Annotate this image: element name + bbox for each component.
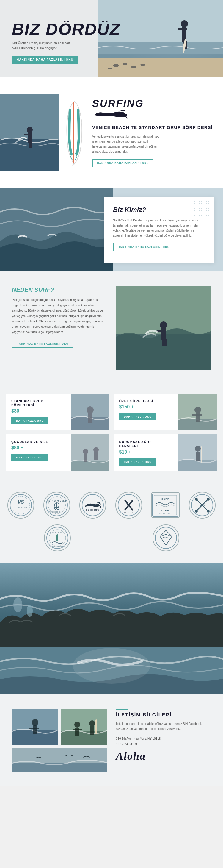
price-amount-3: $80 +: [11, 445, 50, 451]
neden-content: NEDEN SURF? Pek çok söküntü gün doğumunl…: [12, 286, 116, 370]
svg-rect-27: [157, 331, 166, 332]
price-image-2: [178, 394, 217, 430]
price-cta-2[interactable]: DAHA FAZLA OKU: [119, 413, 156, 420]
svg-point-71: [195, 498, 198, 501]
svg-rect-102: [12, 763, 107, 772]
svg-point-36: [194, 407, 201, 413]
svg-rect-42: [84, 454, 87, 462]
surfing-brand-text: SURFING: [92, 98, 144, 108]
venice-heading: VENICE BEACH'TE STANDART GRUP SÖRF DERSİ: [92, 124, 214, 130]
contact-phone: 1 212-736-3100: [116, 742, 137, 746]
badge-shark: SURFING: [79, 492, 106, 519]
svg-rect-33: [88, 413, 92, 423]
svg-rect-18: [24, 134, 32, 135]
kimiz-cta-button[interactable]: HAKKINDA DAHA FAZLASINI OKU: [113, 243, 174, 251]
svg-rect-79: [57, 534, 58, 541]
svg-point-84: [27, 605, 33, 617]
contact-img-bottom: [12, 748, 107, 772]
shark-svg: [92, 108, 131, 119]
svg-rect-92: [29, 727, 39, 729]
venice-content: SURFING VENICE BEACH'TE STANDART GRUP SÖ…: [89, 92, 223, 173]
svg-text:SURF: SURF: [161, 498, 169, 500]
sub-ocean-svg: [0, 647, 223, 694]
svg-point-32: [86, 406, 94, 413]
svg-text:PROFESSIONAL: PROFESSIONAL: [49, 511, 65, 513]
surfboard-svg: [64, 100, 85, 165]
hero-subtitle: Sırf Üretleri Perth, dünyanın en eski sö…: [12, 40, 77, 50]
hero-cta-button[interactable]: HAKKINDA DAHA FAZLASINI OKU: [12, 56, 78, 64]
svg-point-90: [32, 719, 38, 726]
neden-cta-button[interactable]: HAKKINDA DAHA FAZLASINI OKU: [12, 340, 73, 348]
svg-text:CLUB: CLUB: [161, 509, 169, 512]
ocean-section: [0, 563, 223, 647]
badge-vs: VS SURF CLUB: [7, 492, 34, 519]
contact-section: İLETİŞİM BİLGİLERİ İletişim portası için…: [0, 694, 223, 786]
price-image-4: [178, 434, 217, 471]
svg-rect-99: [90, 726, 94, 735]
svg-point-74: [195, 509, 198, 513]
svg-rect-49: [201, 446, 202, 463]
price-title-3: ÇOCUKLAR VE AİLE: [11, 440, 50, 444]
aloha-signature: Aloha: [116, 750, 211, 762]
surf-scene-2-svg: [0, 94, 60, 172]
svg-rect-28: [162, 339, 164, 346]
svg-point-98: [89, 720, 95, 726]
svg-point-87: [73, 648, 150, 684]
price-title-1: STANDART GRUP SÖRF DERSİ: [11, 399, 50, 407]
svg-text:ESTABLISHED: ESTABLISHED: [159, 513, 171, 515]
svg-point-50: [10, 494, 32, 516]
kimiz-scene-svg: [0, 188, 113, 272]
svg-text:Surf Surf Shop: Surf Surf Shop: [47, 500, 66, 502]
surfing-logo: SURFING: [92, 98, 214, 120]
contact-teal-bar: [116, 709, 128, 710]
contact-address: 350 5th Ave, New York, NY 10118 1 212-73…: [116, 736, 211, 747]
svg-point-51: [12, 496, 30, 514]
svg-rect-37: [196, 413, 200, 422]
badge-surf-club-rect: SURF CLUB ESTABLISHED: [151, 492, 180, 518]
contact-street: 350 5th Ave, New York, NY 10118: [116, 737, 160, 740]
svg-point-16: [27, 127, 33, 133]
price-cta-1[interactable]: DAHA FAZLA OKU: [11, 417, 48, 425]
price-cta-3[interactable]: DAHA FAZLA OKU: [11, 454, 48, 461]
contact-images: [12, 709, 107, 772]
badges-section: VS SURF CLUB Surf Surf Shop PROFESSIONAL: [0, 480, 223, 563]
kimiz-section: Biz Kimiz? SouthCali Sörf Dersleri: okya…: [0, 188, 223, 272]
svg-rect-96: [75, 727, 79, 736]
neden-section: NEDEN SURF? Pek çok söküntü gün doğumunl…: [0, 272, 223, 384]
contact-img-1: [12, 709, 58, 745]
contact-img-2: [61, 709, 107, 745]
badge-x-club: CLUB: [115, 492, 142, 519]
kimiz-heading: Biz Kimiz?: [113, 206, 205, 214]
svg-rect-19: [29, 142, 31, 148]
svg-rect-29: [164, 339, 167, 346]
dots-decoration: [193, 200, 211, 218]
price-title-4: KURUMSAL SÖRF DERSLERİ: [119, 440, 158, 448]
svg-text:SURF: SURF: [199, 504, 205, 506]
svg-point-43: [94, 447, 99, 453]
price-image-3: [71, 434, 109, 471]
svg-rect-94: [61, 732, 107, 745]
hero-content: Biz Dördüz Sırf Üretleri Perth, dünyanın…: [0, 12, 223, 73]
price-card-3: ÇOCUKLAR VE AİLE $80 + DAHA FAZLA OKU: [6, 434, 109, 471]
svg-text:SURF: SURF: [163, 537, 169, 539]
svg-rect-20: [30, 142, 32, 148]
venice-cta-button[interactable]: HAKKINDA DAHA FAZLASINI OKU: [92, 159, 153, 167]
svg-point-61: [99, 504, 100, 505]
svg-rect-48: [196, 452, 200, 461]
svg-point-41: [83, 449, 88, 454]
svg-text:PROFESSIONAL: PROFESSIONAL: [50, 545, 64, 547]
kimiz-text: SouthCali Sörf Dersleri: okyanusun kucak…: [113, 218, 205, 238]
svg-point-47: [195, 445, 201, 452]
surf-image-left: [0, 94, 60, 172]
sub-ocean-section: [0, 647, 223, 694]
ocean-full-svg: [0, 563, 223, 647]
svg-point-73: [207, 498, 210, 501]
neden-heading: NEDEN SURF?: [12, 286, 107, 293]
price-cta-4[interactable]: DAHA FAZLA OKU: [119, 458, 156, 466]
neden-text: Pek çok söküntü gün doğumunla okuyanusun…: [12, 298, 107, 335]
svg-rect-44: [94, 452, 98, 461]
hero-title: Biz Dördüz: [12, 21, 211, 37]
contact-heading: İLETİŞİM BİLGİLERİ: [116, 712, 211, 718]
price-amount-1: $80 +: [11, 408, 50, 414]
price-amount-4: $10 +: [119, 450, 158, 455]
